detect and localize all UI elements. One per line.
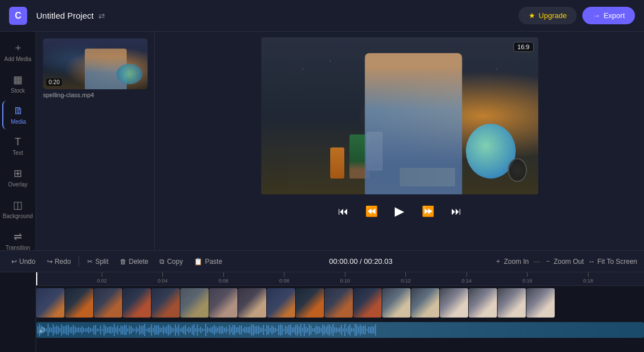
wave-bar (268, 325, 269, 335)
wave-bar (241, 325, 242, 335)
app-logo[interactable]: C (9, 7, 27, 25)
undo-button[interactable]: ↩ Undo (7, 255, 40, 268)
wave-bar (349, 324, 351, 336)
wave-bar (251, 324, 252, 336)
media-item[interactable]: 0:20 spelling-class.mp4 (43, 38, 148, 98)
wave-bar (183, 326, 184, 334)
wave-bar (222, 326, 223, 334)
sidebar: ＋ Add Media ▦ Stock 🗎 Media T Text ⊞ Ove… (0, 32, 36, 250)
wave-bar (232, 325, 234, 336)
wave-bar (151, 324, 152, 336)
redo-button[interactable]: ↪ Redo (42, 255, 76, 268)
wave-bar (276, 329, 278, 332)
wave-bar (175, 324, 176, 336)
preview-area: 16:9 ⏮ ⏪ ▶ ⏩ ⏭ (155, 32, 644, 250)
wave-bar (46, 328, 47, 332)
wave-bar (254, 326, 256, 334)
wave-bar (58, 326, 59, 334)
wave-bar (181, 327, 183, 333)
ruler-mark: 0:18 (584, 272, 594, 284)
wave-bar (210, 327, 211, 333)
wave-bar (305, 327, 306, 333)
wave-bar (37, 326, 38, 333)
time-separator: / (360, 257, 362, 266)
wave-bar (265, 329, 266, 332)
wave-bar (302, 328, 303, 332)
video-track-segment[interactable] (36, 288, 555, 318)
ruler-mark: 0:06 (219, 272, 229, 284)
wave-bar (107, 327, 108, 333)
paste-icon: 📋 (194, 258, 202, 266)
wave-bar (134, 329, 135, 331)
zoom-out-button[interactable]: － Zoom Out (544, 257, 584, 266)
sidebar-item-background[interactable]: ◫ Background (2, 194, 34, 224)
copy-icon: ⧉ (159, 258, 165, 266)
wave-bar (198, 328, 200, 332)
ruler-mark: 0:16 (522, 272, 533, 284)
ruler-mark: 0:12 (401, 272, 411, 284)
copy-button[interactable]: ⧉ Copy (155, 255, 187, 268)
add-media-icon: ＋ (13, 41, 23, 54)
wave-bar (190, 328, 191, 332)
wave-bar (343, 328, 344, 332)
sidebar-item-stock[interactable]: ▦ Stock (2, 69, 34, 98)
zoom-in-button[interactable]: ＋ Zoom In (495, 257, 529, 266)
edit-title-icon[interactable]: ⇄ (98, 11, 105, 20)
sidebar-item-add-media[interactable]: ＋ Add Media (2, 36, 34, 67)
audio-segment[interactable]: 🔊 (36, 322, 644, 338)
track-thumbnail (65, 288, 93, 318)
skip-to-start-button[interactable]: ⏮ (334, 202, 352, 220)
copy-label: Copy (167, 258, 183, 266)
wave-bar (351, 328, 352, 332)
paste-button[interactable]: 📋 Paste (189, 255, 227, 268)
play-button[interactable]: ▶ (391, 202, 409, 220)
zoom-out-label: Zoom Out (554, 258, 584, 266)
wave-bar (275, 328, 276, 332)
transition-icon: ⇌ (14, 231, 22, 243)
wave-bar (253, 324, 254, 336)
wave-bar (344, 324, 345, 336)
export-button[interactable]: → Export (582, 7, 635, 24)
wave-bar (256, 326, 257, 333)
wave-bar (346, 328, 347, 332)
wave-bar (44, 328, 45, 332)
sidebar-item-media[interactable]: 🗎 Media (2, 101, 34, 129)
wave-bar (127, 328, 128, 332)
wave-bar (317, 326, 318, 334)
wave-bar (85, 328, 86, 332)
fit-icon: ↔ (589, 258, 595, 266)
sidebar-item-text[interactable]: T Text (2, 132, 34, 160)
sidebar-label-transition: Transition (6, 245, 31, 250)
playhead[interactable] (36, 272, 37, 285)
wave-bar (314, 328, 315, 332)
rewind-button[interactable]: ⏪ (362, 202, 381, 220)
upgrade-button[interactable]: ★ Upgrade (518, 7, 577, 24)
sidebar-item-overlay[interactable]: ⊞ Overlay (2, 163, 34, 192)
wave-bar (61, 324, 62, 336)
ruler-mark: 0:02 (97, 272, 107, 284)
wave-bar (170, 325, 171, 334)
delete-button[interactable]: 🗑 Delete (115, 255, 153, 268)
wave-bar (161, 328, 162, 332)
wave-bar (339, 327, 340, 333)
main-layout: ＋ Add Media ▦ Stock 🗎 Media T Text ⊞ Ove… (0, 32, 644, 250)
zoom-out-icon: － (544, 257, 551, 266)
playback-controls: ⏮ ⏪ ▶ ⏩ ⏭ (334, 202, 465, 220)
wave-bar (271, 325, 273, 334)
wave-bar (83, 328, 84, 332)
media-panel: 0:20 spelling-class.mp4 (36, 32, 155, 250)
split-button[interactable]: ✂ Split (83, 255, 113, 268)
track-thumbnail (325, 288, 353, 318)
skip-to-end-button[interactable]: ⏭ (447, 202, 465, 220)
wave-bar (71, 327, 72, 333)
wave-bar (295, 325, 296, 336)
wave-bar (202, 328, 203, 331)
sidebar-item-transition[interactable]: ⇌ Transition (2, 226, 34, 250)
track-thumbnail (36, 288, 64, 318)
wave-bar (353, 328, 354, 331)
wave-bar (185, 325, 186, 335)
fit-to-screen-button[interactable]: ↔ Fit To Screen (589, 258, 637, 266)
fast-forward-button[interactable]: ⏩ (419, 202, 437, 220)
wave-bar (80, 328, 81, 332)
wave-bar (290, 324, 291, 336)
